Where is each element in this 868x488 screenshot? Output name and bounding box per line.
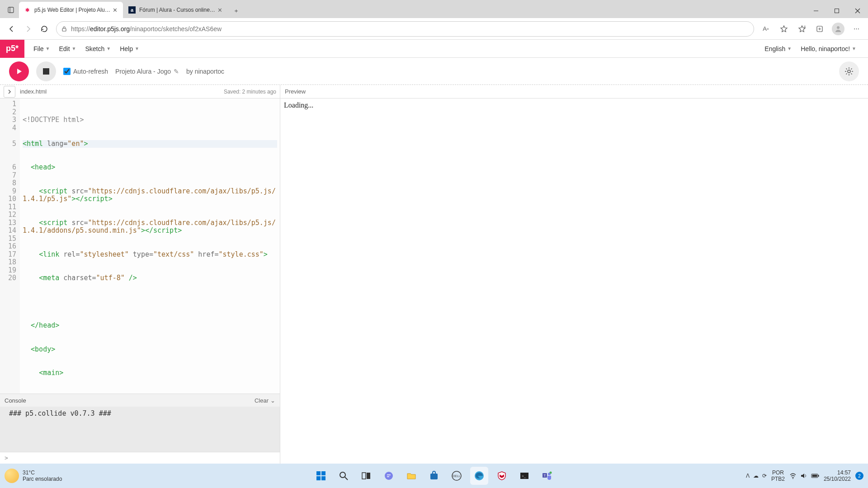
- tray-chevron-icon[interactable]: ᐱ: [746, 473, 750, 479]
- tab-title: Fórum | Alura - Cursos online de tecnolo…: [139, 7, 216, 13]
- teams-button[interactable]: T: [538, 467, 556, 485]
- chevron-down-icon: ▼: [46, 46, 50, 51]
- clock[interactable]: 14:57 25/10/2022: [824, 469, 851, 482]
- file-explorer-button[interactable]: [402, 467, 420, 485]
- svg-rect-3: [835, 9, 839, 13]
- taskbar-apps: DELL >_ T: [312, 467, 556, 485]
- weather-cond: Parc ensolarado: [23, 476, 62, 482]
- stop-button[interactable]: [36, 61, 56, 81]
- menu-edit[interactable]: Edit▼: [54, 40, 80, 58]
- weather-temp: 31°C: [23, 469, 62, 476]
- current-filename: index.html: [20, 88, 47, 95]
- sync-icon[interactable]: ⟳: [762, 473, 767, 479]
- auto-refresh-checkbox[interactable]: [63, 68, 71, 75]
- preview-body: Loading...: [280, 99, 868, 464]
- tab-actions-button[interactable]: [3, 2, 19, 18]
- menu-help[interactable]: Help▼: [115, 40, 144, 58]
- p5-toolbar: Auto-refresh Projeto Alura - Jogo ✎ by n…: [0, 58, 868, 85]
- console-pane: Console Clear ⌄ ### p5.collide v0.7.3 ##…: [0, 394, 280, 464]
- settings-button[interactable]: [839, 61, 859, 81]
- browser-chrome: ✱ p5.js Web Editor | Projeto Alura - Jog…: [0, 0, 868, 40]
- tab-p5-editor[interactable]: ✱ p5.js Web Editor | Projeto Alura - Jog…: [19, 2, 123, 18]
- code-editor[interactable]: 1 2 3 4 5 6 7 8 9 10 11 12 13 14 15 16 1: [0, 99, 280, 394]
- url-text: https://editor.p5js.org/ninaportoc/sketc…: [71, 25, 222, 33]
- user-menu[interactable]: Hello, ninaportoc!▼: [796, 40, 861, 58]
- code-content[interactable]: <!DOCTYPE html> <html lang="en"> <head> …: [20, 99, 280, 394]
- search-button[interactable]: [335, 467, 353, 485]
- terminal-button[interactable]: >_: [515, 467, 533, 485]
- store-button[interactable]: [425, 467, 443, 485]
- play-button[interactable]: [9, 61, 29, 81]
- task-view-button[interactable]: [357, 467, 375, 485]
- start-button[interactable]: [312, 467, 330, 485]
- profile-button[interactable]: [830, 21, 846, 37]
- chevron-down-icon: ▼: [787, 46, 792, 51]
- wifi-icon[interactable]: [789, 472, 797, 479]
- forward-button[interactable]: [20, 21, 36, 37]
- save-status: Saved: 2 minutes ago: [224, 89, 276, 95]
- menu-sketch[interactable]: Sketch▼: [81, 40, 116, 58]
- dell-button[interactable]: DELL: [448, 467, 466, 485]
- console-output: ### p5.collide v0.7.3 ###: [0, 407, 280, 452]
- auto-refresh-toggle[interactable]: Auto-refresh: [63, 68, 108, 75]
- svg-text:T: T: [544, 474, 546, 478]
- auto-refresh-label: Auto-refresh: [73, 68, 108, 75]
- volume-icon[interactable]: [800, 472, 807, 479]
- battery-icon[interactable]: [811, 473, 819, 479]
- read-aloud-button[interactable]: A»: [758, 21, 774, 37]
- menu-file[interactable]: File▼: [29, 40, 54, 58]
- new-tab-button[interactable]: ＋: [229, 4, 243, 18]
- minimize-button[interactable]: [806, 4, 826, 18]
- maximize-button[interactable]: [826, 4, 847, 18]
- language-indicator[interactable]: POR PTB2: [771, 469, 785, 482]
- mcafee-button[interactable]: [493, 467, 511, 485]
- svg-text:DELL: DELL: [453, 474, 461, 478]
- edit-name-button[interactable]: ✎: [174, 68, 179, 75]
- weather-widget[interactable]: 31°C Parc ensolarado: [5, 469, 62, 483]
- p5-favicon-icon: ✱: [24, 6, 31, 14]
- notifications-button[interactable]: 2: [855, 472, 863, 480]
- address-bar: https://editor.p5js.org/ninaportoc/sketc…: [0, 18, 868, 40]
- onedrive-icon[interactable]: ☁: [753, 473, 759, 479]
- window-controls: [806, 4, 868, 18]
- url-input[interactable]: https://editor.p5js.org/ninaportoc/sketc…: [56, 21, 754, 37]
- close-window-button[interactable]: [847, 4, 868, 18]
- tab-bar: ✱ p5.js Web Editor | Projeto Alura - Jog…: [0, 0, 868, 18]
- svg-rect-20: [362, 473, 366, 479]
- chevron-down-icon: ▼: [106, 46, 111, 51]
- chevron-down-icon: ▼: [72, 46, 76, 51]
- svg-rect-16: [316, 476, 321, 480]
- tab-title: p5.js Web Editor | Projeto Alura - Jogo: [34, 7, 111, 13]
- svg-text:>_: >_: [522, 474, 526, 478]
- svg-point-18: [340, 472, 345, 478]
- favorites-list-button[interactable]: [794, 21, 810, 37]
- chat-button[interactable]: [380, 467, 398, 485]
- close-icon[interactable]: ✕: [216, 6, 223, 14]
- more-button[interactable]: ⋯: [848, 21, 864, 37]
- tab-alura-forum[interactable]: a Fórum | Alura - Cursos online de tecno…: [124, 2, 228, 18]
- edge-button[interactable]: [470, 467, 488, 485]
- preview-label: Preview: [285, 88, 306, 95]
- favorite-button[interactable]: [776, 21, 792, 37]
- console-clear-button[interactable]: Clear ⌄: [255, 397, 275, 404]
- author-label: by ninaportoc: [186, 68, 224, 75]
- back-button[interactable]: [4, 21, 20, 37]
- svg-line-19: [345, 477, 348, 480]
- refresh-button[interactable]: [36, 21, 52, 37]
- svg-point-32: [550, 472, 552, 474]
- svg-point-13: [848, 70, 850, 73]
- console-input[interactable]: >: [0, 452, 280, 464]
- sidebar-toggle-button[interactable]: [4, 86, 15, 98]
- p5-logo[interactable]: p5*: [0, 40, 24, 58]
- system-tray: ᐱ ☁ ⟳ POR PTB2 14:57 25/10/2022 2: [746, 469, 863, 482]
- svg-rect-36: [812, 475, 817, 477]
- svg-rect-17: [321, 476, 326, 480]
- alura-favicon-icon: a: [128, 6, 136, 14]
- language-select[interactable]: English▼: [760, 40, 796, 58]
- svg-point-22: [385, 472, 393, 480]
- close-icon[interactable]: ✕: [111, 6, 118, 14]
- svg-rect-35: [818, 475, 819, 477]
- svg-point-12: [837, 26, 840, 29]
- collections-button[interactable]: [812, 21, 828, 37]
- preview-pane: Preview Loading...: [280, 85, 868, 464]
